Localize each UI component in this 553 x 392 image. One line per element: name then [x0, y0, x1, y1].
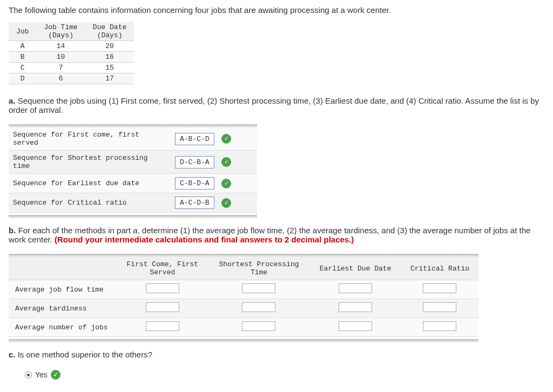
col-fcfs: First Come, FirstServed [117, 257, 208, 280]
divider [9, 215, 257, 218]
answer-yes-label: Yes [35, 370, 48, 379]
seq-row-label: Sequence for Shortest processing time [9, 151, 171, 174]
row-label: Average number of jobs [9, 318, 117, 337]
check-icon: ✓ [51, 370, 60, 380]
check-icon: ✓ [221, 179, 231, 188]
tard-edd-input[interactable] [339, 302, 372, 312]
flow-cr-input[interactable] [423, 283, 456, 293]
row-label: Average tardiness [9, 299, 117, 318]
metrics-table: First Come, FirstServed Shortest Process… [9, 257, 478, 337]
seq-row-label: Sequence for Earliest due date [9, 174, 171, 193]
col-blank [9, 257, 117, 280]
seq-spt-input[interactable]: D-C-B-A [175, 156, 214, 168]
table-row: Average tardiness [9, 299, 478, 318]
part-a-prompt: a. Sequence the jobs using (1) First com… [9, 96, 544, 114]
col-due: Due Date(Days) [85, 22, 134, 41]
table-row: C715 [9, 63, 134, 73]
tard-cr-input[interactable] [423, 302, 456, 312]
col-job: Job [9, 22, 36, 41]
njobs-fcfs-input[interactable] [146, 321, 179, 331]
intro-text: The following table contains information… [9, 5, 544, 15]
answer-yes-row[interactable]: Yes ✓ [25, 370, 544, 380]
check-icon: ✓ [221, 157, 231, 167]
seq-edd-input[interactable]: C-B-D-A [175, 177, 214, 190]
check-icon: ✓ [221, 134, 231, 144]
table-row: A1420 [9, 41, 134, 52]
col-time: Job Time(Days) [36, 22, 85, 41]
njobs-edd-input[interactable] [339, 321, 372, 331]
seq-cr-input[interactable]: A-C-D-B [175, 197, 214, 209]
divider [9, 339, 478, 342]
radio-icon [25, 371, 32, 379]
col-edd: Earliest Due Date [309, 257, 401, 280]
row-label: Average job flow time [9, 280, 117, 299]
seq-row-label: Sequence for First come, first served [9, 127, 171, 151]
flow-edd-input[interactable] [339, 283, 372, 293]
table-row: D617 [9, 73, 134, 84]
seq-fcfs-input[interactable]: A-B-C-D [175, 133, 214, 145]
njobs-cr-input[interactable] [423, 321, 456, 331]
flow-spt-input[interactable] [242, 283, 275, 293]
table-row: B1016 [9, 52, 134, 63]
tard-fcfs-input[interactable] [146, 302, 179, 312]
tard-spt-input[interactable] [242, 302, 275, 312]
col-cr: Critical Ratio [401, 257, 478, 280]
sequence-table: Sequence for First come, first served A-… [9, 127, 257, 213]
table-row: Average number of jobs [9, 318, 478, 337]
flow-fcfs-input[interactable] [146, 283, 179, 293]
seq-row-label: Sequence for Critical ratio [9, 193, 171, 213]
check-icon: ✓ [221, 198, 231, 208]
njobs-spt-input[interactable] [242, 321, 275, 331]
table-row: Average job flow time [9, 280, 478, 299]
col-spt: Shortest ProcessingTime [208, 257, 310, 280]
part-c-prompt: c. Is one method superior to the others? [9, 350, 544, 359]
part-b-prompt: b. For each of the methods in part a, de… [9, 226, 544, 244]
job-data-table: Job Job Time(Days) Due Date(Days) A1420 … [9, 22, 134, 84]
